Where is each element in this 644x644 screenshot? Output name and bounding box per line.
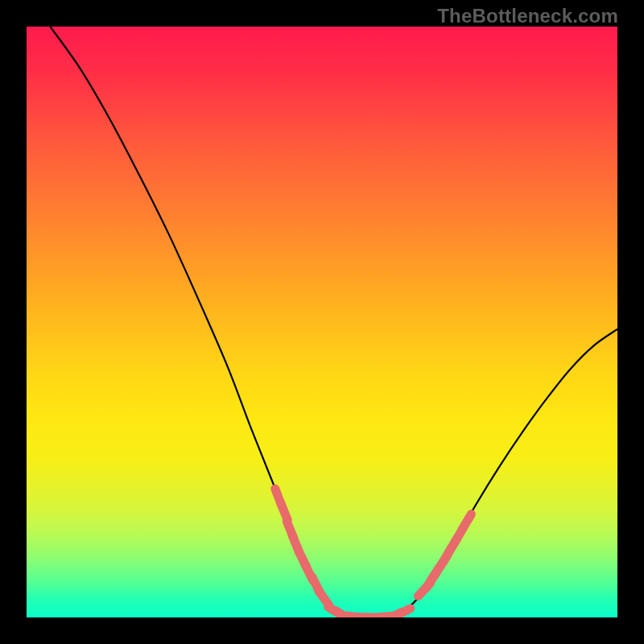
- watermark-text: TheBottleneck.com: [437, 5, 618, 27]
- gradient-background: [27, 27, 617, 617]
- chart-stage: TheBottleneck.com: [0, 0, 644, 644]
